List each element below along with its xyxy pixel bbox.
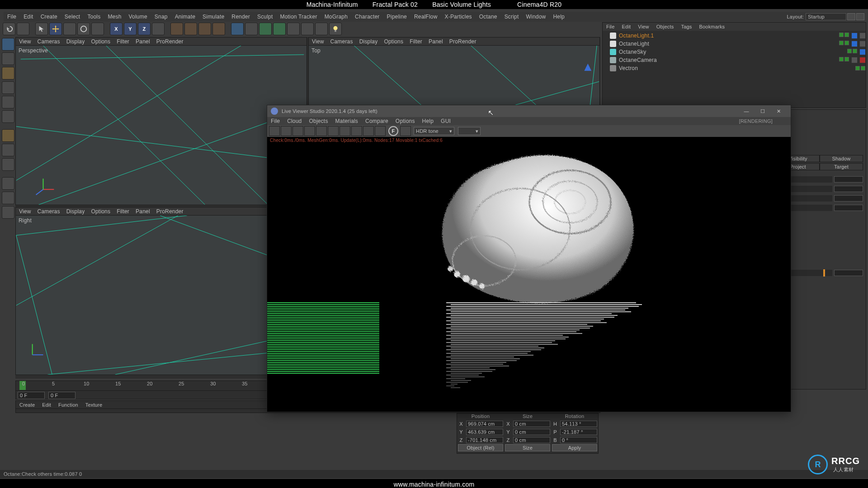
vp-menu-panel[interactable]: Panel <box>132 208 153 215</box>
render-region[interactable] <box>184 23 197 35</box>
mat-menu-edit[interactable]: Edit <box>38 402 55 408</box>
vp-menu-panel[interactable]: Panel <box>132 38 153 45</box>
lv-pass-select[interactable]: ▾ <box>458 127 481 135</box>
lv-menu-file[interactable]: File <box>267 118 283 124</box>
add-environment[interactable] <box>287 23 300 35</box>
attr-field[interactable] <box>834 195 863 202</box>
om-menu-objects[interactable]: Objects <box>653 24 678 29</box>
coord-rot-field[interactable]: -21.187 ° <box>560 429 597 435</box>
vis-render-dot[interactable] <box>853 49 857 53</box>
vp-menu-panel[interactable]: Panel <box>425 38 446 45</box>
coord-size-select[interactable]: Size <box>505 444 550 451</box>
lv-menu-gui[interactable]: GUI <box>437 118 454 124</box>
add-spline[interactable] <box>245 23 258 35</box>
lv-gear-button[interactable] <box>328 126 339 136</box>
vis-editor-dot[interactable] <box>839 41 844 45</box>
frame-in-field[interactable]: 0 F <box>18 392 45 399</box>
add-generator[interactable] <box>259 23 272 35</box>
viewport-right[interactable]: View Cameras Display Options Filter Pane… <box>15 207 307 375</box>
attr-field[interactable] <box>834 270 863 276</box>
lv-region-button[interactable] <box>351 126 362 136</box>
y-axis-lock[interactable]: Y <box>124 23 137 35</box>
menu-motiontracker[interactable]: Motion Tracker <box>276 14 321 20</box>
select-tool[interactable] <box>35 23 48 35</box>
object-tag[interactable] <box>859 33 866 39</box>
polygons-mode[interactable] <box>2 110 14 123</box>
coord-rot-field[interactable]: 0 ° <box>560 437 597 443</box>
vis-editor-dot[interactable] <box>855 66 860 70</box>
add-deformer[interactable] <box>273 23 286 35</box>
menu-mesh[interactable]: Mesh <box>104 14 125 20</box>
mat-menu-texture[interactable]: Texture <box>82 402 106 408</box>
menu-help[interactable]: Help <box>549 14 568 20</box>
vp-menu-options[interactable]: Options <box>381 38 406 45</box>
vp-menu-view[interactable]: View <box>16 208 34 215</box>
vp-menu-cameras[interactable]: Cameras <box>327 38 356 45</box>
model-mode[interactable] <box>2 38 14 51</box>
menu-file[interactable]: File <box>4 14 20 20</box>
object-row[interactable]: Vectron <box>603 64 866 72</box>
menu-realflow[interactable]: RealFlow <box>410 14 441 20</box>
close-button[interactable]: ✕ <box>771 106 787 117</box>
x-axis-lock[interactable]: X <box>110 23 123 35</box>
render-queue[interactable] <box>212 23 225 35</box>
lv-lock-button[interactable] <box>316 126 327 136</box>
lv-clay-button[interactable] <box>340 126 350 136</box>
lv-focus-button[interactable]: F <box>388 126 398 136</box>
lv-tone-select[interactable]: HDR tone▾ <box>414 127 454 135</box>
live-viewer-titlebar[interactable]: Live Viewer Studio 2020.1.4 (25 days lef… <box>267 105 791 117</box>
coord-apply-button[interactable]: Apply <box>552 444 597 451</box>
menu-volume[interactable]: Volume <box>125 14 151 20</box>
menu-edit[interactable]: Edit <box>20 14 37 20</box>
render-view[interactable] <box>267 143 791 412</box>
vp-menu-cameras[interactable]: Cameras <box>34 38 63 45</box>
coord-pos-field[interactable]: 969.074 cm <box>466 421 503 427</box>
soft-select[interactable] <box>2 206 14 219</box>
menu-mograph[interactable]: MoGraph <box>321 14 351 20</box>
vp-menu-display[interactable]: Display <box>63 38 88 45</box>
lv-menu-options[interactable]: Options <box>392 118 419 124</box>
object-row[interactable]: OctaneLight <box>603 40 866 48</box>
minimize-button[interactable]: — <box>738 106 755 117</box>
vp-menu-cameras[interactable]: Cameras <box>34 208 63 215</box>
om-menu-view[interactable]: View <box>634 24 652 29</box>
menu-xparticles[interactable]: X-Particles <box>441 14 476 20</box>
object-row[interactable]: OctaneCamera <box>603 56 866 64</box>
add-lightbulb[interactable] <box>329 23 342 35</box>
object-tag[interactable] <box>851 41 858 47</box>
menu-sculpt[interactable]: Sculpt <box>254 14 277 20</box>
object-tag[interactable] <box>859 57 866 63</box>
vp-menu-display[interactable]: Display <box>63 208 88 215</box>
vis-render-dot[interactable] <box>844 41 849 45</box>
lv-reload-button[interactable] <box>281 126 292 136</box>
menu-tools[interactable]: Tools <box>84 14 104 20</box>
render-view[interactable] <box>170 23 183 35</box>
last-tool[interactable] <box>91 23 104 35</box>
scale-tool[interactable] <box>63 23 76 35</box>
om-menu-bookmarks[interactable]: Bookmarks <box>696 24 729 29</box>
live-viewer-window[interactable]: Live Viewer Studio 2020.1.4 (25 days lef… <box>267 105 791 412</box>
render-settings[interactable] <box>198 23 211 35</box>
vp-menu-prorender[interactable]: ProRender <box>446 38 480 45</box>
vp-menu-prorender[interactable]: ProRender <box>153 208 187 215</box>
object-row[interactable]: OctaneSky <box>603 48 866 56</box>
texture-mode[interactable] <box>2 52 14 65</box>
edges-mode[interactable] <box>2 96 14 108</box>
lv-menu-objects[interactable]: Objects <box>306 118 332 124</box>
mat-menu-function[interactable]: Function <box>55 402 82 408</box>
vp-menu-view[interactable]: View <box>309 38 327 45</box>
attr-field[interactable] <box>834 176 863 183</box>
om-menu-edit[interactable]: Edit <box>618 24 635 29</box>
viewport-perspective[interactable]: View Cameras Display Options Filter Pane… <box>15 37 307 205</box>
layout-select[interactable]: Startup <box>806 13 846 20</box>
quantize-toggle[interactable] <box>2 192 14 204</box>
attr-field[interactable] <box>834 205 863 211</box>
object-tag[interactable] <box>851 57 858 63</box>
lv-pause-button[interactable] <box>292 126 303 136</box>
axis-mode[interactable] <box>2 129 14 142</box>
menu-create[interactable]: Create <box>37 14 61 20</box>
vis-editor-dot[interactable] <box>839 33 844 37</box>
mat-menu-create[interactable]: Create <box>16 402 38 408</box>
object-row[interactable]: OctaneLight.1 <box>603 32 866 40</box>
lv-aov-button[interactable] <box>375 126 386 136</box>
